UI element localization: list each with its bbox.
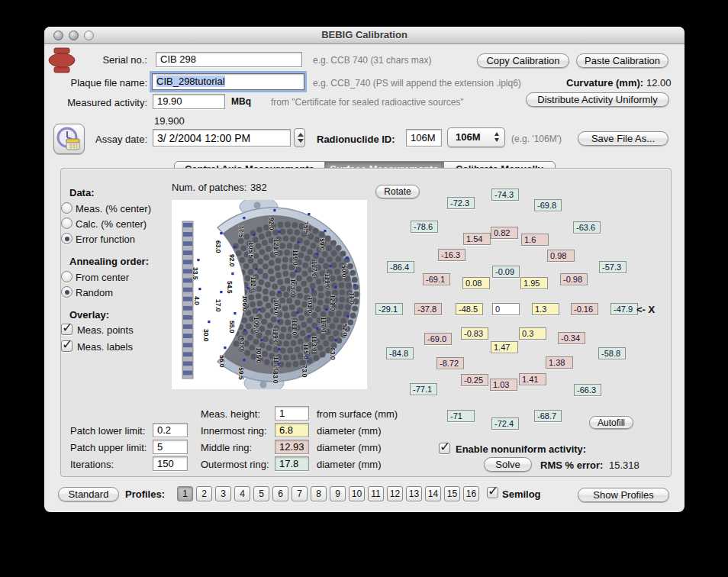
profile-button-11[interactable]: 11 bbox=[368, 486, 384, 501]
measurement-value-box[interactable]: 0.82 bbox=[491, 227, 518, 239]
measurement-value-box[interactable]: -0.16 bbox=[571, 303, 598, 315]
measurement-value-box[interactable]: -66.3 bbox=[574, 384, 601, 396]
measurement-value-box[interactable]: 0 bbox=[492, 303, 520, 315]
checkbox-enable-nonuniform[interactable] bbox=[439, 443, 450, 454]
svg-text:33.5: 33.5 bbox=[192, 267, 199, 280]
measurement-value-box[interactable]: -71 bbox=[447, 410, 475, 422]
patch-lower-input[interactable]: 0.2 bbox=[153, 423, 188, 437]
measurement-value-box[interactable]: -77.1 bbox=[410, 383, 437, 395]
measurement-value-box[interactable]: 1.6 bbox=[521, 234, 549, 246]
checkbox-semilog[interactable] bbox=[487, 487, 498, 498]
profile-button-3[interactable]: 3 bbox=[215, 486, 231, 501]
measurement-value-box[interactable]: -0.34 bbox=[558, 332, 585, 344]
measurement-value-box[interactable]: -16.3 bbox=[438, 249, 465, 261]
profile-button-2[interactable]: 2 bbox=[196, 486, 212, 501]
measurement-value-box[interactable]: -69.0 bbox=[424, 333, 452, 345]
measurement-value-box[interactable]: -0.83 bbox=[461, 327, 488, 340]
measurement-value-box[interactable]: -8.72 bbox=[436, 357, 464, 369]
outermost-label: Outermost ring: bbox=[201, 459, 269, 470]
measurement-value-box[interactable]: 0.08 bbox=[462, 277, 490, 289]
measurement-value-box[interactable]: -0.25 bbox=[461, 374, 488, 386]
radio-meas-center[interactable] bbox=[61, 202, 72, 214]
patch-upper-input[interactable]: 5 bbox=[153, 440, 188, 454]
serial-input[interactable]: CIB 298 bbox=[156, 52, 302, 67]
svg-text:121.0: 121.0 bbox=[329, 295, 337, 311]
measurement-value-box[interactable]: 1.47 bbox=[491, 341, 518, 353]
innermost-input[interactable]: 6.8 bbox=[275, 423, 309, 437]
stepper-up-icon[interactable] bbox=[298, 133, 304, 137]
measurement-value-box[interactable]: 1.03 bbox=[490, 379, 517, 391]
measurement-value-box[interactable]: -69.8 bbox=[534, 199, 562, 211]
measurement-value-box[interactable]: -86.4 bbox=[387, 261, 414, 273]
profile-button-12[interactable]: 12 bbox=[387, 486, 403, 501]
measurement-value-box[interactable]: -0.09 bbox=[492, 266, 520, 278]
profile-button-6[interactable]: 6 bbox=[272, 486, 288, 501]
radio-from-center[interactable] bbox=[61, 271, 72, 282]
measurement-value-box[interactable]: 1.38 bbox=[546, 356, 573, 369]
radio-random[interactable] bbox=[61, 286, 72, 298]
measurement-value-box[interactable]: -37.8 bbox=[414, 303, 442, 315]
outermost-input[interactable]: 17.8 bbox=[275, 456, 309, 471]
measurement-value-box[interactable]: -72.3 bbox=[447, 197, 475, 209]
measurement-value-box[interactable]: -69.1 bbox=[423, 273, 450, 285]
rotate-button[interactable]: Rotate bbox=[375, 185, 420, 198]
measurement-value-box[interactable]: -68.7 bbox=[534, 410, 562, 422]
profile-button-10[interactable]: 10 bbox=[349, 486, 365, 501]
date-stepper[interactable] bbox=[294, 128, 305, 147]
measurement-value-box[interactable]: -29.1 bbox=[375, 303, 403, 315]
measurement-value-box[interactable]: -0.98 bbox=[560, 273, 588, 285]
radionuclide-input[interactable]: 106M bbox=[406, 129, 442, 147]
profile-button-1[interactable]: 1 bbox=[177, 486, 193, 501]
copy-calibration-button[interactable]: Copy Calibration bbox=[477, 53, 569, 68]
measurement-value-box[interactable]: 0.3 bbox=[519, 327, 546, 340]
distribute-activity-button[interactable]: Distribute Activity Uniformly bbox=[526, 92, 669, 107]
measurement-value-box[interactable]: -57.3 bbox=[599, 261, 627, 273]
standard-button[interactable]: Standard bbox=[58, 487, 119, 501]
measured-activity-input[interactable]: 19.90 bbox=[153, 94, 225, 109]
measurement-value-box[interactable]: -63.6 bbox=[573, 221, 601, 234]
checkbox-meas-points[interactable] bbox=[61, 324, 72, 335]
measurement-value-box[interactable]: 1.3 bbox=[532, 303, 559, 315]
measurement-value-box[interactable]: 1.54 bbox=[463, 233, 491, 245]
profile-button-7[interactable]: 7 bbox=[292, 486, 308, 501]
radio-calc-center[interactable] bbox=[61, 218, 72, 229]
show-profiles-button[interactable]: Show Profiles bbox=[578, 488, 669, 502]
checkbox-meas-labels[interactable] bbox=[61, 340, 72, 352]
meas-height-input[interactable]: 1 bbox=[275, 406, 309, 421]
iterations-input[interactable]: 150 bbox=[153, 456, 188, 471]
radio-error-function[interactable] bbox=[61, 233, 72, 244]
measurement-value-box[interactable]: -72.4 bbox=[491, 417, 519, 430]
profile-button-4[interactable]: 4 bbox=[234, 486, 250, 501]
measurement-value-box[interactable]: -74.3 bbox=[491, 189, 519, 201]
save-file-button[interactable]: Save File As... bbox=[578, 131, 668, 146]
solve-button[interactable]: Solve bbox=[484, 457, 532, 472]
profiles-label: Profiles: bbox=[125, 488, 165, 500]
profile-button-16[interactable]: 16 bbox=[463, 486, 479, 501]
measurement-value-box[interactable]: 1.41 bbox=[519, 373, 546, 385]
radionuclide-popup[interactable]: 106M bbox=[447, 127, 505, 147]
autofill-button[interactable]: Autofill bbox=[589, 416, 633, 429]
profile-button-9[interactable]: 9 bbox=[330, 486, 346, 501]
middle-input[interactable]: 12.93 bbox=[275, 440, 309, 454]
svg-text:117.0: 117.0 bbox=[320, 317, 327, 333]
profile-button-13[interactable]: 13 bbox=[406, 486, 422, 501]
measurement-value-box[interactable]: -48.5 bbox=[456, 303, 483, 315]
assay-date-input[interactable]: 3/ 2/2004 12:00 PM bbox=[153, 129, 291, 147]
profile-button-8[interactable]: 8 bbox=[311, 486, 327, 501]
stepper-down-icon[interactable] bbox=[298, 139, 304, 143]
measurement-value-box[interactable]: -58.8 bbox=[598, 347, 626, 359]
paste-calibration-button[interactable]: Paste Calibration bbox=[576, 53, 668, 68]
svg-text:59.5: 59.5 bbox=[237, 367, 245, 380]
measurement-value-box[interactable]: -47.9 bbox=[610, 303, 638, 315]
measurement-value-box[interactable]: -84.8 bbox=[386, 347, 414, 359]
measurement-value-box[interactable]: 1.95 bbox=[520, 277, 548, 289]
svg-text:93.0: 93.0 bbox=[238, 337, 246, 350]
profile-button-15[interactable]: 15 bbox=[444, 486, 460, 501]
profile-button-5[interactable]: 5 bbox=[253, 486, 269, 501]
titlebar[interactable]: BEBIG Calibration bbox=[44, 27, 685, 44]
profile-button-14[interactable]: 14 bbox=[425, 486, 441, 501]
measurement-value-box[interactable]: 0.98 bbox=[547, 250, 575, 262]
plaque-file-input[interactable]: CIB_298tutorial bbox=[152, 73, 304, 90]
svg-text:52.0: 52.0 bbox=[341, 324, 349, 337]
measurement-value-box[interactable]: -78.6 bbox=[411, 221, 438, 233]
